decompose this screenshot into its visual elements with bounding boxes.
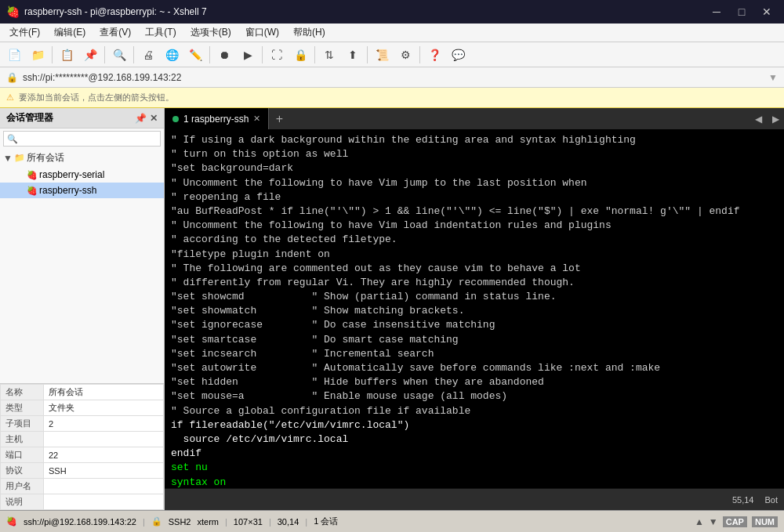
bottom-size: 107×31	[234, 517, 263, 527]
bottom-right: ▲ ▼ CAP NUM	[695, 516, 778, 527]
toggle-icon: ▼	[3, 153, 14, 164]
script-button[interactable]: 📜	[371, 45, 393, 65]
transfer-button[interactable]: ⇅	[318, 45, 340, 65]
tab-add-button[interactable]: +	[269, 108, 289, 129]
edit-button[interactable]: ✏️	[184, 45, 206, 65]
menubar: 文件(F) 编辑(E) 查看(V) 工具(T) 选项卡(B) 窗口(W) 帮助(…	[0, 24, 784, 42]
expand-button[interactable]: ⛶	[266, 45, 288, 65]
terminal-statusbar: 55,14 Bot	[165, 488, 784, 510]
record-button[interactable]: ⏺	[213, 45, 235, 65]
bottom-sessions: 1 会话	[314, 516, 338, 527]
cap-badge: CAP	[723, 516, 747, 527]
dropdown-icon[interactable]: ▼	[768, 72, 778, 83]
warning-icon: ⚠	[6, 92, 14, 103]
prop-key: 端口	[1, 447, 44, 463]
terminal-line: " If using a dark background within the …	[171, 133, 778, 147]
terminal-line: " according to the detected filetype.	[171, 233, 778, 247]
scroll-up-icon[interactable]: ▲	[695, 516, 704, 527]
serial-session-icon: 🍓	[27, 170, 39, 180]
bottom-connection-icon: 🍓	[6, 516, 17, 527]
property-row: 名称所有会话	[1, 385, 164, 400]
session-tree: ▼ 📁 所有会话 🍓 raspberry-serial 🍓 raspberry-…	[0, 149, 164, 383]
terminal-line: " turn on this option as well	[171, 147, 778, 161]
prop-value	[44, 432, 164, 447]
terminal-line: source /etc/vim/vimrc.local	[171, 432, 778, 447]
prop-key: 用户名	[1, 479, 44, 494]
tab-label: 1 raspberry-ssh	[183, 114, 249, 125]
sep1: |	[143, 517, 145, 527]
tree-node-ssh[interactable]: 🍓 raspberry-ssh	[0, 183, 164, 198]
upload-button[interactable]: ⬆	[342, 45, 364, 65]
active-tab[interactable]: 1 raspberry-ssh ✕	[165, 108, 269, 129]
tab-close-icon[interactable]: ✕	[253, 114, 260, 124]
paste-button[interactable]: 📌	[79, 45, 101, 65]
tab-bar: 1 raspberry-ssh ✕ + ◀ ▶	[165, 108, 784, 130]
sidebar-search-input[interactable]	[3, 131, 161, 147]
menu-file[interactable]: 文件(F)	[3, 24, 46, 41]
address-url[interactable]: ssh://pi:*********@192.168.199.143:22	[23, 72, 181, 83]
bottom-protocol: SSH2	[169, 517, 191, 527]
prop-value: 所有会话	[44, 385, 164, 400]
folder-icon: 📁	[14, 153, 27, 163]
tab-nav-right[interactable]: ▶	[767, 109, 784, 129]
bottom-statusbar: 🍓 ssh://pi@192.168.199.143:22 | 🔒 SSH2 x…	[0, 510, 784, 532]
terminal-line: "set mouse=a " Enable mouse usage (all m…	[171, 389, 778, 404]
terminal-line: endif	[171, 447, 778, 461]
menu-tabs[interactable]: 选项卡(B)	[184, 24, 238, 41]
cursor-position: 55,14	[732, 495, 754, 505]
menu-help[interactable]: 帮助(H)	[287, 24, 332, 41]
terminal-line: " Source a global configuration file if …	[171, 404, 778, 418]
terminal-line: "set background=dark	[171, 161, 778, 176]
bottom-cursor: 30,14	[278, 517, 299, 527]
tab-status-dot	[172, 116, 179, 122]
open-button[interactable]: 📁	[27, 45, 49, 65]
maximize-button[interactable]: □	[731, 3, 753, 20]
tab-nav-left[interactable]: ◀	[750, 109, 767, 129]
play-button[interactable]: ▶	[237, 45, 259, 65]
menu-window[interactable]: 窗口(W)	[239, 24, 285, 41]
menu-view[interactable]: 查看(V)	[93, 24, 137, 41]
sidebar-header: 会话管理器 📌 ✕	[0, 108, 164, 128]
terminal[interactable]: " If using a dark background within the …	[165, 130, 784, 488]
copy-button[interactable]: 📋	[56, 45, 78, 65]
tree-node-all-sessions[interactable]: ▼ 📁 所有会话	[0, 149, 164, 167]
statusbar-right: 55,14 Bot	[732, 495, 778, 505]
bottom-encoding: xterm	[198, 517, 220, 527]
app-icon: 🍓	[6, 5, 20, 18]
tab-nav: ◀ ▶	[750, 108, 784, 129]
property-row: 类型文件夹	[1, 400, 164, 416]
scroll-down-icon[interactable]: ▼	[709, 516, 718, 527]
sidebar-title: 会话管理器	[6, 111, 53, 125]
close-button[interactable]: ✕	[756, 3, 778, 20]
bottom-connection: ssh://pi@192.168.199.143:22	[24, 517, 136, 527]
prop-key: 名称	[1, 385, 44, 400]
print-button[interactable]: 🖨	[137, 45, 159, 65]
tree-node-serial[interactable]: 🍓 raspberry-serial	[0, 167, 164, 183]
sep3: |	[269, 517, 271, 527]
menu-tools[interactable]: 工具(T)	[139, 24, 182, 41]
globe-button[interactable]: 🌐	[161, 45, 183, 65]
settings-button[interactable]: ⚙	[394, 45, 416, 65]
all-sessions-label: 所有会话	[27, 151, 64, 165]
prop-key: 主机	[1, 432, 44, 447]
prop-key: 说明	[1, 494, 44, 510]
new-session-button[interactable]: 📄	[3, 45, 25, 65]
terminal-line: "set incsearch " Incremental search	[171, 347, 778, 361]
terminal-line: " differently from regular Vi. They are …	[171, 276, 778, 290]
prop-value: 22	[44, 447, 164, 463]
bottom-protocol-icon: 🔒	[151, 516, 162, 527]
find-button[interactable]: 🔍	[108, 45, 130, 65]
toolbar: 📄 📁 📋 📌 🔍 🖨 🌐 ✏️ ⏺ ▶ ⛶ 🔒 ⇅ ⬆ 📜 ⚙ ❓ 💬	[0, 42, 784, 67]
pin-icon[interactable]: 📌	[135, 113, 147, 124]
sep2: |	[225, 517, 227, 527]
menu-edit[interactable]: 编辑(E)	[48, 24, 92, 41]
terminal-line: "set autowrite " Automatically save befo…	[171, 361, 778, 375]
terminal-line: set nu	[171, 461, 778, 475]
ssh-session-label: raspberry-ssh	[39, 185, 96, 196]
minimize-button[interactable]: ─	[706, 3, 728, 20]
help-button[interactable]: ❓	[423, 45, 445, 65]
terminal-area: 1 raspberry-ssh ✕ + ◀ ▶ " If using a dar…	[165, 108, 784, 510]
sidebar-close-icon[interactable]: ✕	[150, 113, 158, 124]
chat-button[interactable]: 💬	[447, 45, 469, 65]
lock-button[interactable]: 🔒	[289, 45, 311, 65]
